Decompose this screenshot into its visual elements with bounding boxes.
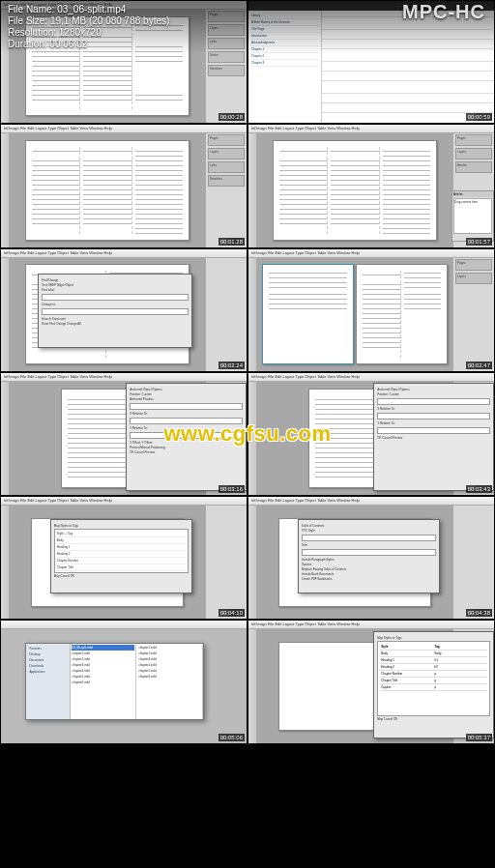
find-input[interactable]: [42, 294, 189, 301]
resolution-label: Resolution:: [8, 27, 56, 38]
timecode: 00:00:28: [218, 113, 245, 121]
duration-value: 00:06:02: [49, 39, 87, 49]
map-styles-table-dialog[interactable]: Map Styles to Tags StyleTag BodyBody Hea…: [373, 631, 494, 739]
player-brand: MPC-HC: [402, 6, 485, 17]
articles-panel[interactable]: Articles Drag content here: [451, 190, 494, 242]
find-change-dialog[interactable]: Find/Change Text GREP Glyph Object Find …: [38, 274, 192, 348]
styles-tags-dialog[interactable]: Map Styles to Tags Style — Tag Body Head…: [50, 519, 193, 593]
thumbnail-3[interactable]: InDesign File Edit Layout Type Object Ta…: [0, 124, 248, 247]
video-player-window: File Name: 03_06-split.mp4 File Size: 19…: [0, 0, 495, 868]
timecode: 00:00:59: [466, 113, 492, 121]
finder-sidebar[interactable]: Favorites Desktop Documents Downloads Ap…: [26, 644, 70, 719]
file-size-value: 19,1 MB (20 080 788 bytes): [50, 15, 169, 26]
thumbnail-7[interactable]: InDesign File Edit Layout Type Object Ta…: [0, 372, 248, 496]
finder-window[interactable]: Favorites Desktop Documents Downloads Ap…: [25, 643, 204, 720]
thumbnail-9[interactable]: InDesign File Edit Layout Type Object Ta…: [0, 496, 248, 620]
thumbnail-grid: InDesign File Edit Layout Type Object Ta…: [0, 0, 495, 868]
thumbnail-5[interactable]: InDesign File Edit Layout Type Object Ta…: [0, 248, 248, 372]
file-size-label: File Size:: [8, 15, 47, 26]
thumbnail-12[interactable]: InDesign File Edit Layout Type Object Ta…: [248, 620, 495, 743]
thumbnail-10[interactable]: InDesign File Edit Layout Type Object Ta…: [248, 496, 495, 620]
resolution-value: 1280x720: [59, 27, 102, 38]
map-table[interactable]: StyleTag BodyBody Heading 1h1 Heading 2h…: [377, 641, 490, 716]
file-name-label: File Name:: [8, 4, 54, 14]
anchored-object-dialog[interactable]: Anchored Object Options Position: Custom…: [373, 383, 494, 491]
finder-column[interactable]: chapter1.indd chapter2.indd chapter3.ind…: [136, 644, 203, 719]
thumbnail-6[interactable]: InDesign File Edit Layout Type Object Ta…: [248, 248, 495, 372]
video-info-overlay: File Name: 03_06-split.mp4 File Size: 19…: [0, 0, 495, 54]
change-input[interactable]: [42, 308, 189, 315]
file-name-value: 03_06-split.mp4: [57, 4, 126, 14]
thumbnail-8[interactable]: InDesign File Edit Layout Type Object Ta…: [248, 372, 495, 496]
thumbnail-11[interactable]: Favorites Desktop Documents Downloads Ap…: [0, 620, 248, 743]
style-tag-list[interactable]: Style — Tag Body Heading 1 Heading 2 Cha…: [54, 529, 189, 573]
anchored-object-dialog[interactable]: Anchored Object Options Position: Custom…: [126, 383, 247, 491]
finder-column[interactable]: 03_06-split.indd chapter1.indd chapter2.…: [71, 644, 137, 719]
duration-label: Duration:: [8, 39, 47, 49]
toc-dialog[interactable]: Table of Contents TOC Style: Title: Incl…: [298, 519, 441, 593]
thumbnail-4[interactable]: InDesign File Edit Layout Type Object Ta…: [248, 124, 495, 247]
